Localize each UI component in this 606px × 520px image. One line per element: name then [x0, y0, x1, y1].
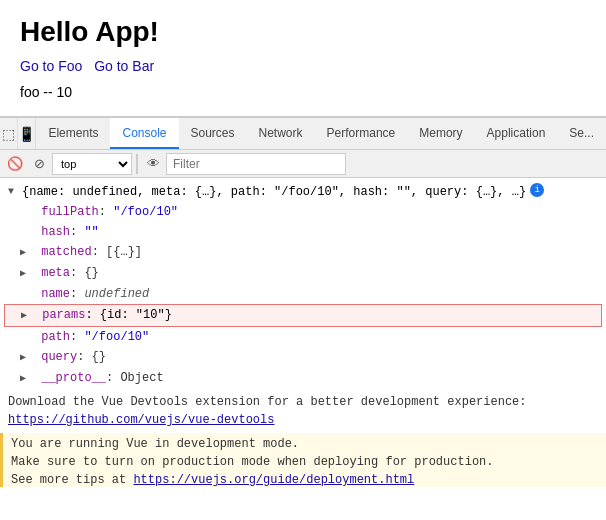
dev-mode-message: You are running Vue in development mode.… [0, 433, 606, 487]
filter-input[interactable] [166, 153, 346, 175]
tree-node-proto[interactable]: __proto__: Object [0, 368, 606, 389]
devtools-panel: ⬚ 📱 Elements Console Sources Network Per… [0, 117, 606, 487]
tab-elements[interactable]: Elements [36, 118, 110, 149]
tab-sources[interactable]: Sources [179, 118, 247, 149]
console-object-text: {name: undefined, meta: {…}, path: "/foo… [22, 183, 526, 201]
toolbar-divider [136, 154, 138, 174]
console-content: {name: undefined, meta: {…}, path: "/foo… [0, 178, 606, 487]
tab-more[interactable]: Se... [557, 118, 606, 149]
tab-application[interactable]: Application [475, 118, 558, 149]
route-display: foo -- 10 [20, 84, 586, 100]
info-icon: i [530, 183, 544, 197]
tree-node-name[interactable]: name: undefined [0, 284, 606, 304]
tree-node-meta[interactable]: meta: {} [0, 263, 606, 284]
expand-arrow-matched[interactable] [20, 244, 32, 262]
expand-arrow-params[interactable] [21, 307, 33, 325]
tab-memory[interactable]: Memory [407, 118, 474, 149]
clear-console-icon[interactable]: 🚫 [4, 153, 26, 175]
context-selector[interactable]: top [52, 153, 132, 175]
expand-arrow-query[interactable] [20, 349, 32, 367]
tree-node-path[interactable]: path: "/foo/10" [0, 327, 606, 347]
tree-node-fullpath[interactable]: fullPath: "/foo/10" [0, 202, 606, 222]
tab-performance[interactable]: Performance [315, 118, 408, 149]
tab-network[interactable]: Network [247, 118, 315, 149]
devtools-ext-message: Download the Vue Devtools extension for … [0, 389, 606, 433]
expand-arrow-meta[interactable] [20, 265, 32, 283]
eye-icon[interactable]: 👁 [142, 153, 164, 175]
tree-node-matched[interactable]: matched: [{…}] [0, 242, 606, 263]
filter-icon[interactable]: ⊘ [28, 153, 50, 175]
expand-root-arrow[interactable] [8, 183, 20, 201]
expand-arrow-proto[interactable] [20, 370, 32, 388]
go-to-bar-link[interactable]: Go to Bar [94, 58, 154, 74]
console-toolbar: 🚫 ⊘ top 👁 [0, 150, 606, 178]
device-mode-icon[interactable]: 📱 [18, 118, 36, 149]
tab-console[interactable]: Console [110, 118, 178, 149]
app-area: Hello App! Go to Foo Go to Bar foo -- 10 [0, 0, 606, 117]
tree-node-query[interactable]: query: {} [0, 347, 606, 368]
tree-node-params[interactable]: params: {id: "10"} [4, 304, 602, 327]
devtools-ext-link[interactable]: https://github.com/vuejs/vue-devtools [8, 413, 274, 427]
go-to-foo-link[interactable]: Go to Foo [20, 58, 82, 74]
nav-links: Go to Foo Go to Bar [20, 58, 586, 74]
app-title: Hello App! [20, 16, 586, 48]
inspect-element-icon[interactable]: ⬚ [0, 118, 18, 149]
deployment-link[interactable]: https://vuejs.org/guide/deployment.html [133, 473, 414, 487]
devtools-tab-bar: ⬚ 📱 Elements Console Sources Network Per… [0, 118, 606, 150]
tree-node-hash[interactable]: hash: "" [0, 222, 606, 242]
console-object-line[interactable]: {name: undefined, meta: {…}, path: "/foo… [0, 182, 606, 202]
